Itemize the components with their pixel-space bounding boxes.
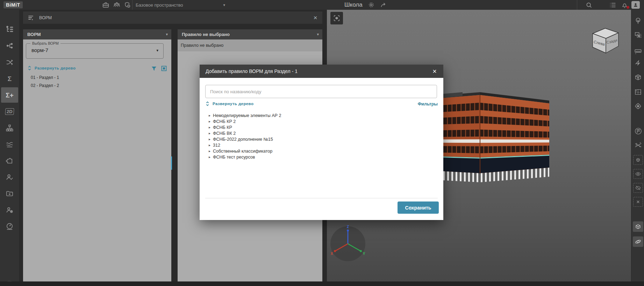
- classifier-tree-item[interactable]: ▸ Немоделируемые элементы АР 2: [205, 112, 281, 118]
- notifications-button[interactable]: [620, 1, 629, 9]
- flag-icon: [634, 127, 642, 135]
- target-button[interactable]: [633, 101, 643, 111]
- section-flash-button[interactable]: [633, 58, 643, 68]
- panel-menu-icon[interactable]: [27, 14, 34, 21]
- security-button[interactable]: [123, 1, 131, 9]
- expand-tree-link[interactable]: Развернуть дерево: [27, 65, 76, 71]
- tool-shared-folder-button[interactable]: [1, 186, 18, 201]
- vorm-select[interactable]: Выбрать ВОРМ ворм-7 ▾: [26, 43, 164, 59]
- classifier-tree-item[interactable]: ▸ ФСНБ тест ресурсов: [205, 154, 255, 160]
- search-button[interactable]: [585, 1, 593, 9]
- sigma-icon: Σ: [8, 75, 12, 82]
- search-input[interactable]: [205, 85, 437, 98]
- team-button[interactable]: [113, 1, 121, 9]
- section-tool-button[interactable]: [633, 221, 643, 232]
- bottom-strip: [0, 281, 644, 286]
- panel-close-button[interactable]: ×: [310, 12, 320, 24]
- modal-title: Добавить правило ВОРМ для Раздел - 1: [206, 68, 298, 74]
- flag-button[interactable]: [633, 126, 643, 136]
- app-logo[interactable]: BiMiT: [3, 1, 23, 8]
- tool-user-location-button[interactable]: [1, 202, 18, 218]
- section-box-button[interactable]: [633, 72, 643, 82]
- select-objects-icon: [634, 31, 642, 39]
- compare-axes-button[interactable]: [633, 140, 643, 150]
- save-button[interactable]: Сохранить: [398, 201, 439, 214]
- tool-charts-button[interactable]: [1, 137, 18, 152]
- axis-z-label: Z: [347, 225, 349, 229]
- tasks-list-button[interactable]: [608, 1, 617, 9]
- filters-link[interactable]: Фильтры: [418, 102, 438, 107]
- tree-item-label: 312: [213, 143, 220, 148]
- tool-mapping-button[interactable]: [1, 54, 18, 70]
- measure-button[interactable]: [633, 46, 643, 56]
- left-toolbar: Σ Σ+ 2D: [0, 10, 19, 281]
- classifier-tree-item[interactable]: ▸ 312: [205, 142, 220, 148]
- select-objects-button[interactable]: [633, 30, 643, 40]
- topbar: BiMiT Базовое пространство ▾ Школа: [0, 0, 644, 10]
- axis-gizmo[interactable]: Z X Y: [329, 225, 367, 263]
- tool-structure-button[interactable]: [1, 120, 18, 135]
- classifier-tree-item[interactable]: ▸ ФСНБ КР: [205, 124, 232, 130]
- isolate-object-button[interactable]: [633, 155, 643, 165]
- filter-funnel-icon: [151, 66, 157, 72]
- drawing-2d-icon: 2D: [5, 108, 14, 115]
- select-mode-button[interactable]: [161, 65, 167, 72]
- axis-y-label: Y: [363, 252, 365, 256]
- projects-button[interactable]: [101, 1, 110, 9]
- rule-empty-row[interactable]: Правило не выбрано: [178, 39, 322, 51]
- tool-dashboard-button[interactable]: [1, 219, 18, 234]
- chevron-down-icon: ▾: [317, 32, 319, 36]
- section-flash-icon: [634, 59, 642, 67]
- classifier-tree-item[interactable]: ▸ ФСНБ ВК 2: [205, 130, 236, 136]
- orbit-icon: [635, 238, 642, 245]
- tool-totals-button[interactable]: Σ: [1, 71, 18, 86]
- chevron-down-icon: ▾: [166, 32, 168, 36]
- vorm-panel: ВОРМ ▾ Выбрать ВОРМ ворм-7 ▾ Развернуть …: [23, 29, 171, 281]
- show-objects-button[interactable]: [633, 169, 643, 179]
- rule-section-title: Правило не выбрано: [182, 32, 230, 37]
- panel-resize-handle[interactable]: [171, 156, 172, 170]
- rule-empty-label: Правило не выбрано: [181, 43, 223, 48]
- classifier-tree-item[interactable]: ▸ ФСНБ-2022 дополнение №15: [205, 136, 273, 142]
- floorplan-button[interactable]: [633, 87, 643, 97]
- tool-2d-button[interactable]: 2D: [1, 104, 18, 119]
- caret-right-icon: ▸: [209, 144, 210, 147]
- focus-selection-button[interactable]: [330, 12, 343, 24]
- tool-model-tree-button[interactable]: [1, 22, 18, 37]
- user-avatar[interactable]: [631, 1, 640, 9]
- classifier-tree-item[interactable]: ▸ Собственный классификатор: [205, 148, 272, 154]
- navigation-cube[interactable]: Слева Сзади: [588, 25, 622, 56]
- caret-right-icon: ▸: [209, 120, 210, 123]
- rule-section-header[interactable]: Правило не выбрано ▾: [178, 29, 322, 39]
- tool-plugins-button[interactable]: [1, 153, 18, 168]
- user-icon: [632, 2, 639, 8]
- vorm-tree-item[interactable]: 02 - Раздел - 2: [31, 83, 59, 88]
- vorm-section-header[interactable]: ВОРМ ▾: [23, 29, 171, 39]
- vorm-tree-item[interactable]: 01 - Раздел - 1: [31, 75, 59, 80]
- target-icon: [634, 102, 642, 110]
- tree-item-label: Немоделируемые элементы АР 2: [213, 113, 281, 118]
- tree-item-label: ФСНБ ВК 2: [213, 131, 236, 136]
- add-rule-modal: Добавить правило ВОРМ для Раздел - 1 × Р…: [200, 65, 443, 220]
- tool-vorm-button[interactable]: Σ+: [1, 87, 18, 103]
- workspace-selector[interactable]: Базовое пространство ▾: [136, 0, 225, 10]
- share-button[interactable]: [380, 1, 387, 8]
- user-check-icon: [6, 173, 14, 181]
- modal-expand-tree-link[interactable]: Развернуть дерево: [205, 101, 253, 107]
- tree-item-label: ФСНБ-2022 дополнение №15: [213, 137, 273, 142]
- bimit-app: BiMiT Базовое пространство ▾ Школа: [0, 0, 644, 286]
- clear-selection-button[interactable]: [633, 197, 643, 207]
- orbit-mode-button[interactable]: [633, 236, 643, 247]
- tool-relations-button[interactable]: [1, 38, 18, 53]
- branch-icon: [6, 42, 14, 50]
- caret-right-icon: ▸: [209, 149, 210, 153]
- project-settings-button[interactable]: [368, 1, 375, 8]
- filter-button[interactable]: [151, 66, 157, 72]
- tool-approvals-button[interactable]: [1, 169, 18, 185]
- list-icon: [609, 1, 616, 9]
- square-select-icon: [161, 65, 167, 72]
- environment-button[interactable]: [633, 16, 643, 26]
- hide-objects-button[interactable]: [633, 183, 643, 193]
- classifier-tree-item[interactable]: ▸ ФСНБ КР 2: [205, 118, 236, 124]
- modal-close-button[interactable]: ×: [429, 65, 440, 78]
